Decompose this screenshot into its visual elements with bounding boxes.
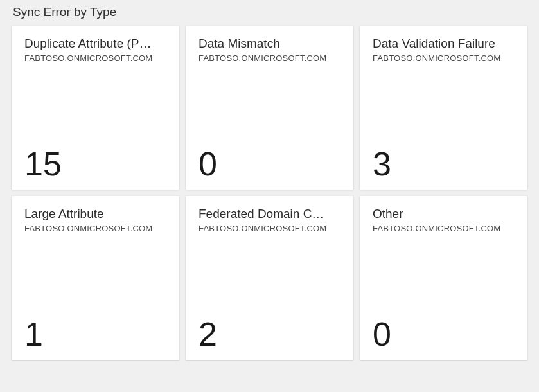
tile-title: Other <box>373 206 515 222</box>
tile-header: Federated Domain C… FABTOSO.ONMICROSOFT.… <box>199 206 340 233</box>
tile-header: Data Mismatch FABTOSO.ONMICROSOFT.COM <box>199 36 340 63</box>
tile-value: 2 <box>199 317 340 351</box>
tile-title: Federated Domain C… <box>199 206 340 222</box>
tile-subtitle: FABTOSO.ONMICROSOFT.COM <box>373 224 515 233</box>
tile-subtitle: FABTOSO.ONMICROSOFT.COM <box>24 224 166 233</box>
tile-header: Other FABTOSO.ONMICROSOFT.COM <box>373 206 515 233</box>
tile-title: Duplicate Attribute (P… <box>24 36 166 52</box>
tile-other[interactable]: Other FABTOSO.ONMICROSOFT.COM 0 <box>360 196 527 360</box>
tile-grid: Duplicate Attribute (P… FABTOSO.ONMICROS… <box>12 26 527 360</box>
tile-subtitle: FABTOSO.ONMICROSOFT.COM <box>199 53 340 63</box>
sync-error-panel: Sync Error by Type Duplicate Attribute (… <box>0 0 539 371</box>
tile-subtitle: FABTOSO.ONMICROSOFT.COM <box>373 53 515 63</box>
tile-large-attribute[interactable]: Large Attribute FABTOSO.ONMICROSOFT.COM … <box>12 196 179 360</box>
tile-value: 1 <box>24 317 166 351</box>
tile-header: Data Validation Failure FABTOSO.ONMICROS… <box>373 36 515 63</box>
tile-title: Large Attribute <box>24 206 166 222</box>
tile-data-mismatch[interactable]: Data Mismatch FABTOSO.ONMICROSOFT.COM 0 <box>186 26 353 190</box>
tile-header: Large Attribute FABTOSO.ONMICROSOFT.COM <box>24 206 166 233</box>
tile-title: Data Mismatch <box>199 36 340 52</box>
tile-subtitle: FABTOSO.ONMICROSOFT.COM <box>24 53 166 63</box>
tile-title: Data Validation Failure <box>373 36 515 52</box>
tile-value: 0 <box>373 317 515 351</box>
tile-value: 3 <box>373 147 515 181</box>
tile-duplicate-attribute[interactable]: Duplicate Attribute (P… FABTOSO.ONMICROS… <box>12 26 179 190</box>
tile-value: 15 <box>24 147 166 181</box>
tile-federated-domain-change[interactable]: Federated Domain C… FABTOSO.ONMICROSOFT.… <box>186 196 353 360</box>
tile-value: 0 <box>199 147 340 181</box>
tile-header: Duplicate Attribute (P… FABTOSO.ONMICROS… <box>24 36 166 63</box>
tile-subtitle: FABTOSO.ONMICROSOFT.COM <box>199 224 340 233</box>
page-title: Sync Error by Type <box>12 5 527 19</box>
tile-data-validation-failure[interactable]: Data Validation Failure FABTOSO.ONMICROS… <box>360 26 527 190</box>
